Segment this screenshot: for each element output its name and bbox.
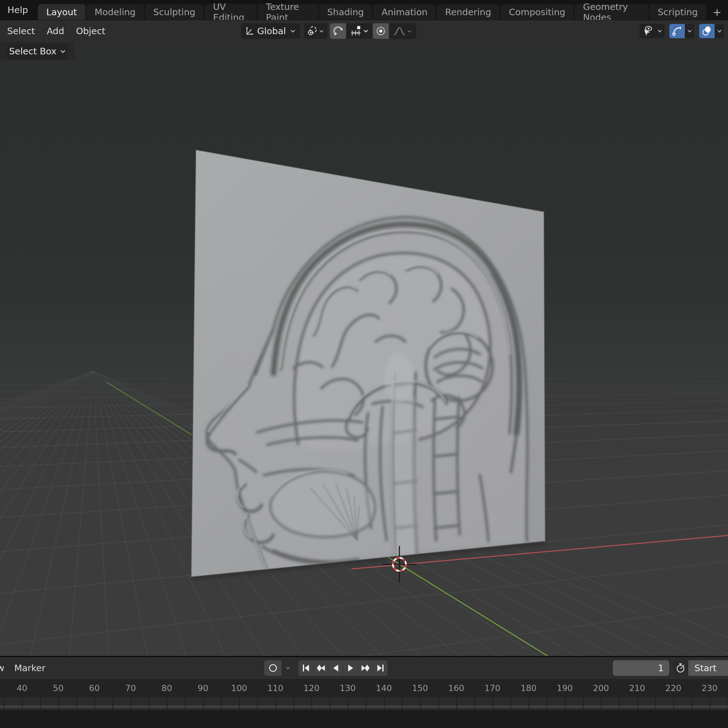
workspace-tabs: LayoutModelingSculptingUV EditingTexture… bbox=[38, 4, 728, 20]
ruler-frame-140: 140 bbox=[370, 679, 398, 697]
proportional-editing-controls bbox=[373, 23, 416, 39]
workspace-tab-shading[interactable]: Shading bbox=[319, 4, 372, 20]
help-menu[interactable]: Help bbox=[5, 0, 31, 20]
snap-increment-icon bbox=[350, 26, 361, 37]
frame-gridline bbox=[203, 697, 204, 710]
viewport-header: SelectAddObject Global bbox=[0, 20, 728, 42]
timeline-track-area[interactable] bbox=[0, 697, 728, 710]
record-circle-icon bbox=[268, 663, 278, 673]
active-tool-label: Select Box bbox=[9, 46, 57, 57]
workspace-tab-geometry-nodes[interactable]: Geometry Nodes bbox=[575, 4, 648, 20]
workspace-tab-modeling[interactable]: Modeling bbox=[86, 4, 144, 20]
ruler-frame-170: 170 bbox=[479, 679, 506, 697]
frame-gridline bbox=[456, 697, 457, 710]
gizmo-icon bbox=[669, 24, 685, 38]
play-button[interactable] bbox=[343, 660, 358, 676]
proportional-editing-toggle[interactable] bbox=[373, 23, 389, 39]
frame-gridline bbox=[167, 697, 167, 710]
frame-range-controls: Start bbox=[673, 660, 728, 676]
select-menu[interactable]: Select bbox=[1, 26, 41, 36]
ruler-frame-190: 190 bbox=[551, 679, 579, 697]
current-frame-field[interactable]: 1 bbox=[613, 660, 669, 676]
visibility-icon bbox=[639, 24, 655, 38]
ruler-frame-80: 80 bbox=[153, 679, 181, 697]
jump-to-end-button[interactable] bbox=[373, 660, 388, 676]
ruler-frame-50: 50 bbox=[44, 679, 72, 697]
next-keyframe-button[interactable] bbox=[358, 660, 373, 676]
orientation-axes-icon bbox=[245, 26, 254, 36]
pivot-point-icon bbox=[306, 25, 318, 37]
workspace-tab-uv-editing[interactable]: UV Editing bbox=[205, 4, 257, 20]
ruler-frame-110: 110 bbox=[262, 679, 289, 697]
play-reverse-button[interactable] bbox=[328, 660, 343, 676]
snap-toggle[interactable] bbox=[330, 23, 346, 39]
chevron-down-icon bbox=[60, 50, 66, 53]
ruler-frame-210: 210 bbox=[623, 679, 651, 697]
start-frame-field[interactable]: Start bbox=[688, 660, 728, 676]
viewport-display-toggles bbox=[639, 24, 724, 38]
proportional-falloff-dropdown[interactable] bbox=[389, 23, 416, 39]
overlays-icon bbox=[699, 24, 715, 38]
transform-orientation-dropdown[interactable]: Global bbox=[241, 23, 300, 39]
ruler-frame-160: 160 bbox=[442, 679, 470, 697]
frame-gridline bbox=[438, 697, 439, 710]
frame-gridline bbox=[384, 697, 384, 710]
show-gizmo-toggle[interactable] bbox=[669, 24, 694, 38]
show-overlays-toggle[interactable] bbox=[699, 24, 724, 38]
workspace-tab-compositing[interactable]: Compositing bbox=[500, 4, 574, 20]
chevron-down-icon bbox=[685, 24, 694, 38]
frame-gridline bbox=[619, 697, 619, 710]
frame-gridline bbox=[547, 697, 547, 710]
frame-gridline bbox=[257, 697, 258, 710]
ruler-frame-230: 230 bbox=[696, 679, 723, 697]
playback-controls bbox=[298, 660, 388, 676]
snap-target-dropdown[interactable] bbox=[346, 23, 373, 39]
frame-gridline bbox=[275, 697, 276, 710]
workspace-tab-layout[interactable]: Layout bbox=[38, 4, 86, 20]
ruler-frame-40: 40 bbox=[8, 679, 36, 697]
use-preview-range-button[interactable] bbox=[673, 660, 688, 676]
frame-gridline bbox=[366, 697, 367, 710]
frame-gridline bbox=[22, 697, 23, 710]
view-menu-clipped[interactable]: View bbox=[0, 657, 5, 679]
marker-menu[interactable]: Marker bbox=[5, 663, 45, 673]
frame-gridline bbox=[492, 697, 493, 710]
active-tool-dropdown[interactable]: Select Box bbox=[8, 44, 67, 58]
timeline-ruler[interactable]: 4050607080901001101201301401501601701801… bbox=[0, 679, 728, 697]
frame-gridline bbox=[637, 697, 638, 710]
magnet-icon bbox=[333, 26, 343, 36]
pivot-point-dropdown[interactable] bbox=[304, 23, 327, 39]
frame-gridline bbox=[149, 697, 149, 710]
ruler-frame-130: 130 bbox=[334, 679, 362, 697]
timeline-menus: View Marker bbox=[0, 657, 45, 679]
auto-key-dropdown[interactable] bbox=[282, 660, 294, 676]
ruler-frame-180: 180 bbox=[515, 679, 543, 697]
ruler-frame-70: 70 bbox=[117, 679, 145, 697]
frame-gridline bbox=[402, 697, 402, 710]
workspace-tab-scripting[interactable]: Scripting bbox=[649, 4, 706, 20]
frame-gridline bbox=[348, 697, 349, 710]
frame-gridline bbox=[583, 697, 584, 710]
ruler-frame-60: 60 bbox=[80, 679, 109, 697]
auto-key-toggle[interactable] bbox=[264, 660, 282, 676]
visibility-dropdown[interactable] bbox=[639, 24, 664, 38]
chevron-down-icon bbox=[715, 24, 724, 38]
timeline-editor[interactable]: View Marker bbox=[0, 656, 728, 728]
prev-keyframe-button[interactable] bbox=[314, 660, 328, 676]
3d-viewport[interactable]: Select Box bbox=[0, 42, 728, 656]
ruler-frame-90: 90 bbox=[189, 679, 217, 697]
chevron-down-icon bbox=[363, 29, 369, 33]
ruler-frame-220: 220 bbox=[659, 679, 687, 697]
workspace-tab-rendering[interactable]: Rendering bbox=[437, 4, 499, 20]
frame-gridline bbox=[40, 697, 41, 710]
jump-to-start-button[interactable] bbox=[298, 660, 314, 676]
workspace-tab-sculpting[interactable]: Sculpting bbox=[145, 4, 204, 20]
object-menu[interactable]: Object bbox=[70, 26, 111, 36]
proportional-circle-icon bbox=[375, 26, 386, 37]
add-workspace-button[interactable]: + bbox=[707, 4, 727, 20]
frame-gridline bbox=[112, 697, 113, 710]
workspace-tab-animation[interactable]: Animation bbox=[373, 4, 436, 20]
chevron-down-icon bbox=[285, 667, 291, 670]
workspace-tab-texture-paint[interactable]: Texture Paint bbox=[257, 4, 318, 20]
add-menu[interactable]: Add bbox=[41, 26, 70, 36]
